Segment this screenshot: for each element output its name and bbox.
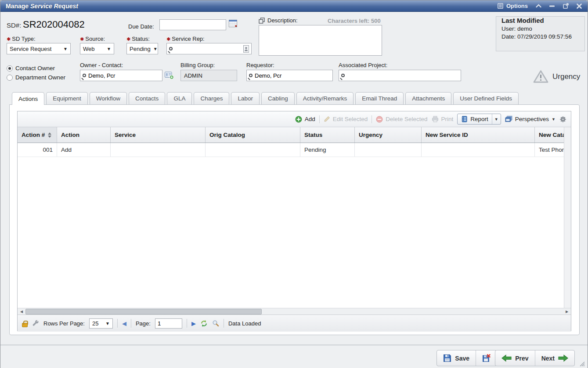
footer-bar: Save Prev Next — [0, 345, 588, 368]
grid-search-icon[interactable] — [212, 320, 219, 327]
tab-workflow[interactable]: Workflow — [90, 92, 127, 104]
grid-settings-gear-icon[interactable] — [559, 116, 566, 123]
tab-actions[interactable]: Actions — [12, 92, 44, 105]
save-and-close-button[interactable] — [476, 350, 497, 366]
add-button-label: Add — [305, 116, 315, 122]
owner-contact-input[interactable] — [88, 72, 160, 79]
warning-triangle-icon — [533, 70, 549, 83]
cell-orig-catalog — [206, 143, 300, 157]
next-button[interactable]: Next — [535, 350, 574, 366]
tab-gla[interactable]: GLA — [167, 92, 192, 104]
column-header-new-service-id[interactable]: New Service ID — [422, 127, 535, 143]
chevron-down-icon: ▼ — [153, 46, 158, 51]
lock-icon[interactable] — [22, 323, 28, 327]
tab-charges[interactable]: Charges — [194, 92, 229, 104]
wrench-icon[interactable] — [32, 320, 39, 327]
department-owner-radio[interactable] — [7, 75, 13, 81]
column-header-action-number[interactable]: Action # — [18, 127, 57, 143]
sd-number-label: SD#: — [7, 21, 21, 29]
table-row[interactable]: 001 Add Pending Test Phone S — [18, 143, 565, 157]
tab-labor[interactable]: Labor — [231, 92, 260, 104]
minimize-icon[interactable] — [549, 3, 555, 9]
collapse-icon[interactable] — [535, 3, 541, 9]
requestor-field — [246, 70, 333, 81]
associated-project-input[interactable] — [347, 72, 458, 79]
next-button-label: Next — [541, 355, 555, 362]
horizontal-scrollbar-thumb[interactable] — [25, 309, 262, 314]
search-icon — [341, 74, 345, 77]
resize-grip[interactable] — [579, 361, 585, 367]
rows-per-page-select[interactable]: 25 ▼ — [89, 318, 113, 329]
pencil-icon — [324, 116, 330, 122]
delete-selected-button[interactable]: Delete Selected — [376, 116, 427, 123]
report-label: Report — [470, 116, 488, 122]
tab-activity-remarks[interactable]: Activity/Remarks — [296, 92, 354, 104]
tab-attachments[interactable]: Attachments — [405, 92, 451, 104]
report-dropdown-arrow[interactable]: ▼ — [492, 114, 501, 124]
due-date-label: Due Date: — [128, 23, 154, 30]
scroll-right-arrow-icon[interactable]: ▶ — [564, 309, 570, 314]
description-label: Description: — [267, 17, 298, 24]
printer-icon — [432, 116, 439, 122]
perspectives-button[interactable]: Perspectives ▼ — [505, 116, 556, 122]
calendar-icon[interactable] — [229, 20, 237, 27]
horizontal-scrollbar[interactable]: ◀ ▶ — [18, 308, 571, 315]
tab-cabling[interactable]: Cabling — [261, 92, 295, 104]
description-popout-icon[interactable] — [259, 18, 265, 24]
urgency-label: Urgency — [552, 72, 580, 81]
tab-contacts[interactable]: Contacts — [129, 92, 165, 104]
prev-button-label: Prev — [515, 355, 528, 362]
billing-group-field: ADMIN — [180, 70, 237, 81]
column-header-urgency[interactable]: Urgency — [355, 127, 422, 143]
previous-page-icon[interactable]: ◀ — [122, 321, 126, 326]
requestor-input[interactable] — [255, 72, 330, 79]
tab-user-defined-fields[interactable]: User Defined Fields — [453, 92, 519, 104]
next-page-icon[interactable]: ▶ — [191, 321, 196, 326]
due-date-input[interactable] — [159, 19, 226, 30]
column-header-service[interactable]: Service — [111, 127, 206, 143]
tab-email-thread[interactable]: Email Thread — [355, 92, 404, 104]
close-icon[interactable] — [576, 3, 582, 9]
source-select[interactable]: Web ▼ — [80, 43, 114, 54]
report-button[interactable]: Report ▼ — [457, 114, 501, 125]
service-rep-field — [166, 43, 252, 54]
print-button[interactable]: Print — [432, 116, 454, 122]
window-controls: Options — [498, 3, 582, 9]
sd-type-select[interactable]: Service Request ▼ — [7, 43, 71, 54]
service-rep-label: Service Rep: — [166, 36, 205, 42]
service-rep-input[interactable] — [175, 46, 241, 52]
description-textarea[interactable] — [259, 25, 382, 56]
delete-circle-icon — [376, 116, 383, 123]
edit-selected-button[interactable]: Edit Selected — [324, 116, 368, 122]
grid-header-row: Action # Action Service Orig Catalog Sta… — [18, 127, 565, 143]
page-number-input[interactable] — [155, 318, 182, 329]
tab-equipment[interactable]: Equipment — [46, 92, 88, 104]
perspectives-icon — [505, 116, 512, 122]
refresh-icon[interactable] — [200, 320, 208, 327]
column-header-new-catalog[interactable]: New Catalog — [535, 127, 565, 143]
source-value: Web — [83, 46, 95, 52]
status-select[interactable]: Pending ▼ — [126, 43, 158, 54]
column-header-orig-catalog[interactable]: Orig Catalog — [206, 127, 300, 143]
cell-new-service-id — [422, 143, 535, 157]
print-label: Print — [441, 116, 454, 122]
associated-project-label: Associated Project: — [339, 62, 387, 68]
save-button[interactable]: Save — [437, 350, 476, 366]
column-header-status[interactable]: Status — [300, 127, 355, 143]
scroll-left-arrow-icon[interactable]: ◀ — [18, 309, 25, 314]
service-rep-picker-icon[interactable] — [243, 45, 249, 53]
pager-separator — [187, 319, 187, 328]
toolbar-separator — [319, 115, 320, 123]
options-button[interactable]: Options — [498, 3, 528, 9]
add-button[interactable]: Add — [295, 116, 315, 123]
last-modified-title: Last Modified — [501, 17, 580, 24]
column-header-action[interactable]: Action — [57, 127, 111, 143]
add-contact-icon[interactable] — [165, 71, 174, 79]
vertical-scrollbar[interactable] — [564, 127, 571, 308]
search-icon — [169, 47, 173, 50]
prev-button[interactable]: Prev — [495, 350, 535, 366]
save-button-label: Save — [455, 355, 469, 362]
maximize-icon[interactable] — [563, 3, 569, 9]
contact-owner-radio[interactable] — [7, 65, 13, 71]
window-title-prefix: Manage — [6, 3, 29, 10]
